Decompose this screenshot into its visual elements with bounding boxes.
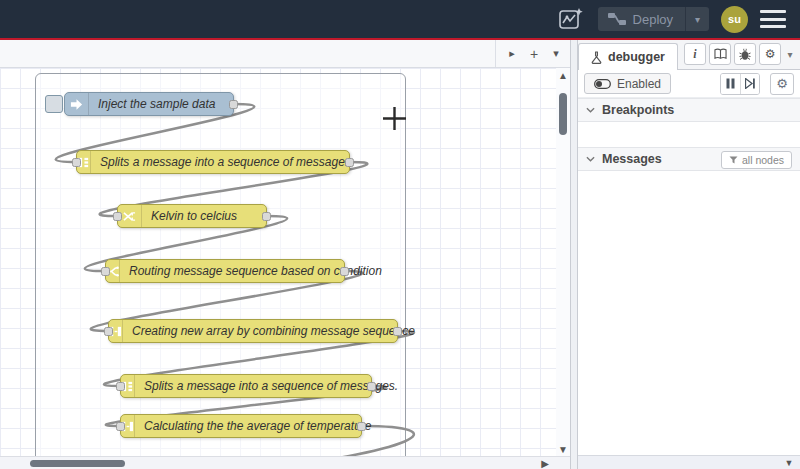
add-flow-button[interactable]: +	[524, 44, 544, 64]
messages-section-header[interactable]: Messages all nodes	[578, 147, 800, 171]
node-inject[interactable]: Inject the sample data	[64, 92, 234, 116]
tab-info-button[interactable]: i	[684, 43, 706, 65]
scroll-up-icon[interactable]: ▲	[556, 68, 570, 82]
debugger-toolbar: Enabled ⚙	[578, 70, 800, 98]
node-label: Calculating the the average of temperatu…	[135, 415, 380, 437]
pause-button[interactable]	[721, 74, 740, 94]
message-filter-button[interactable]: all nodes	[721, 151, 792, 169]
user-avatar[interactable]: su	[721, 6, 748, 33]
scroll-right-icon[interactable]: ▶	[538, 456, 552, 469]
input-port[interactable]	[113, 212, 122, 221]
output-port[interactable]	[345, 158, 354, 167]
info-icon: i	[693, 47, 696, 62]
flow-list-button[interactable]: ▾	[546, 44, 566, 64]
output-port[interactable]	[357, 422, 366, 431]
flow-tab-bar: ▸ + ▾	[0, 40, 570, 68]
scroll-tabs-right-button[interactable]: ▸	[502, 44, 522, 64]
main-menu-button[interactable]	[760, 10, 786, 28]
breakpoints-title: Breakpoints	[602, 103, 674, 117]
flow-canvas[interactable]: Inject the sample data Splits a message …	[0, 68, 570, 469]
node-split-1[interactable]: Splits a message into a sequence of mess…	[76, 150, 350, 174]
tab-help-button[interactable]	[709, 43, 731, 65]
hamburger-icon	[760, 10, 786, 13]
input-port[interactable]	[101, 267, 110, 276]
sidebar-tab-bar: debugger i ⚙	[578, 40, 800, 70]
filter-label: all nodes	[742, 154, 784, 166]
messages-title: Messages	[602, 152, 662, 166]
sidebar-footer: ▼	[578, 455, 800, 469]
node-change[interactable]: Kelvin to celcius	[117, 204, 267, 228]
node-label: Splits a message into a sequence of mess…	[91, 151, 363, 173]
bug-icon	[739, 48, 751, 61]
debugger-step-controls	[720, 73, 760, 95]
input-port[interactable]	[116, 422, 125, 431]
tab-config-button[interactable]: ⚙	[759, 43, 781, 65]
node-join-1[interactable]: Creating new array by combining message …	[108, 319, 398, 343]
toggle-icon	[594, 79, 611, 89]
deploy-label: Deploy	[633, 12, 673, 27]
breakpoints-section-header[interactable]: Breakpoints	[578, 98, 800, 122]
deploy-button-main[interactable]: Deploy	[598, 7, 685, 31]
tab-label: debugger	[608, 50, 665, 64]
input-port[interactable]	[116, 382, 125, 391]
canvas-vertical-scrollbar[interactable]: ▲ ▼	[556, 68, 570, 456]
input-port[interactable]	[72, 158, 81, 167]
chevron-down-icon: ▾	[695, 14, 700, 25]
sidebar-splitter[interactable]	[570, 40, 578, 469]
gear-icon: ⚙	[765, 47, 776, 61]
workspace: ▸ + ▾	[0, 40, 570, 469]
breakpoints-list	[578, 122, 800, 147]
filter-funnel-icon	[729, 156, 738, 164]
node-red-app: Deploy ▾ su ▸ + ▾	[0, 0, 800, 469]
node-label: Inject the sample data	[89, 93, 224, 115]
debugger-flask-icon	[591, 51, 602, 64]
chevron-down-icon: ▾	[788, 49, 793, 60]
step-icon	[745, 78, 755, 89]
tab-debugger[interactable]: debugger	[578, 43, 678, 70]
canvas-horizontal-scrollbar[interactable]: ▶	[0, 456, 570, 469]
sidebar-tab-list-button[interactable]: ▾	[784, 43, 796, 65]
horizontal-scroll-thumb[interactable]	[30, 460, 125, 467]
input-port[interactable]	[104, 327, 113, 336]
output-port[interactable]	[393, 327, 402, 336]
crosshair-cursor-icon	[382, 106, 407, 131]
enabled-label: Enabled	[617, 77, 661, 91]
node-join-2[interactable]: Calculating the the average of temperatu…	[120, 414, 362, 438]
tab-debug-messages-button[interactable]	[734, 43, 756, 65]
debugger-enabled-toggle[interactable]: Enabled	[584, 73, 671, 94]
chevron-down-icon	[586, 156, 595, 162]
step-button[interactable]	[740, 74, 759, 94]
inject-trigger-button[interactable]	[45, 95, 63, 113]
header-bar: Deploy ▾ su	[0, 0, 800, 38]
book-icon	[714, 48, 727, 60]
avatar-initials: su	[728, 13, 741, 25]
node-label: Creating new array by combining message …	[123, 320, 424, 342]
gear-icon: ⚙	[776, 76, 788, 91]
output-port[interactable]	[367, 382, 376, 391]
scroll-down-icon[interactable]: ▼	[556, 442, 570, 456]
flow-chart-sparkle-icon	[558, 7, 584, 31]
debugger-settings-button[interactable]: ⚙	[770, 73, 794, 95]
node-switch[interactable]: Routing message sequence based on condit…	[105, 259, 345, 283]
deploy-options-button[interactable]: ▾	[685, 7, 709, 31]
output-port[interactable]	[229, 100, 238, 109]
scroll-down-icon[interactable]: ▼	[782, 456, 796, 469]
node-label: Routing message sequence based on condit…	[120, 260, 391, 282]
messages-list	[578, 171, 800, 455]
chevron-down-icon	[586, 107, 595, 113]
sidebar: debugger i ⚙	[578, 40, 800, 469]
vertical-scroll-thumb[interactable]	[559, 93, 567, 135]
output-port[interactable]	[340, 267, 349, 276]
pause-icon	[726, 78, 735, 89]
output-port[interactable]	[262, 212, 271, 221]
node-label: Kelvin to celcius	[142, 205, 246, 227]
node-split-2[interactable]: Splits a message into a sequence of mess…	[120, 374, 372, 398]
flow-export-button[interactable]	[556, 6, 586, 32]
flow-tab-controls: ▸ + ▾	[495, 40, 566, 67]
inject-arrow-icon	[65, 93, 89, 115]
deploy-button[interactable]: Deploy ▾	[598, 7, 709, 31]
deploy-icon	[608, 12, 626, 26]
